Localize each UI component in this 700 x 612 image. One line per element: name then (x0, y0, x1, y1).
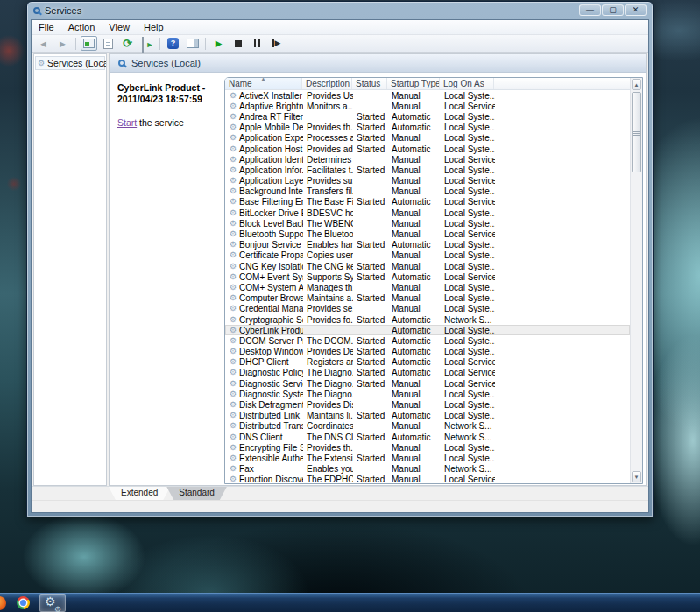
service-row[interactable]: ⚙Bonjour Service Enables har... Started … (225, 240, 630, 250)
service-row[interactable]: ⚙DCOM Server Pro... The DCOM... Started … (225, 335, 630, 346)
show-console-tree-button[interactable] (81, 36, 97, 51)
service-rows: ⚙ActiveX Installer (... Provides Us... M… (225, 90, 630, 483)
service-gear-icon: ⚙ (230, 102, 237, 110)
menu-file[interactable]: File (32, 21, 61, 33)
service-row[interactable]: ⚙Application Experi... Processes a... St… (225, 133, 630, 144)
service-row[interactable]: ⚙Diagnostic Policy ... The Diagno... Sta… (225, 368, 630, 378)
resume-service-button[interactable]: ▶ (268, 36, 285, 51)
start-service-button[interactable]: ▶ (210, 36, 227, 51)
column-header-description[interactable]: Description (302, 78, 352, 89)
show-action-pane-button[interactable] (184, 36, 201, 51)
properties-icon (103, 39, 113, 49)
service-row[interactable]: ⚙Andrea RT Filters ... Started Automatic… (225, 111, 630, 122)
service-gear-icon: ⚙ (230, 390, 237, 398)
taskbar-services-button[interactable]: ⚙⚙ (39, 594, 66, 612)
service-row[interactable]: ⚙Block Level Backu... The WBENG... Manua… (225, 218, 630, 229)
service-row[interactable]: ⚙Application Infor... Facilitates t... S… (225, 165, 630, 175)
stop-service-button[interactable] (230, 36, 246, 51)
service-row[interactable]: ⚙Fax Enables you... Manual Network S... (225, 464, 630, 475)
service-row[interactable]: ⚙Extensible Authen... The Extensi... Sta… (225, 453, 630, 463)
service-row[interactable]: ⚙Background Intelli... Transfers fil... … (225, 186, 630, 197)
pause-service-button[interactable] (249, 36, 265, 51)
firefox-icon[interactable] (0, 596, 6, 610)
vertical-scrollbar[interactable]: ▲ ▼ (630, 78, 642, 483)
service-row[interactable]: ⚙Encrypting File Sy... Provides th... Ma… (225, 442, 630, 453)
forward-icon: ► (58, 39, 67, 49)
service-row[interactable]: ⚙Diagnostic Service... The Diagno... Sta… (225, 378, 630, 389)
action-pane-icon (187, 39, 199, 48)
menu-view[interactable]: View (102, 21, 137, 33)
taskbar-chrome-button[interactable] (10, 594, 36, 612)
column-header-log-on-as[interactable]: Log On As (440, 78, 494, 89)
service-gear-icon: ⚙ (230, 177, 237, 185)
service-row[interactable]: ⚙COM+ System Ap... Manages th... Manual … (225, 282, 630, 292)
selected-service-title: CyberLink Product - 2011/04/23 18:57:59 (117, 82, 226, 105)
main-pane: Services (Local) CyberLink Product - 201… (109, 53, 647, 486)
forward-button[interactable]: ► (54, 36, 71, 51)
start-service-suffix: the service (137, 117, 184, 128)
service-row[interactable]: ⚙Computer Browser Maintains a... Started… (225, 293, 630, 304)
service-gear-icon: ⚙ (230, 166, 237, 174)
service-row[interactable]: ⚙Base Filtering Engi... The Base Fil... … (225, 197, 630, 208)
help-icon: ? (167, 38, 179, 49)
service-row[interactable]: ⚙Distributed Link Tr... Maintains li... … (225, 411, 630, 421)
service-row[interactable]: ⚙Function Discover... The FDPHO... Start… (225, 475, 630, 483)
service-row[interactable]: ⚙Adaptive Brightness Monitors a... Manua… (225, 101, 630, 111)
properties-button[interactable] (100, 36, 117, 51)
column-header-name[interactable]: ▲Name (225, 78, 302, 89)
service-row[interactable]: ⚙Application Identity Determines ... Man… (225, 154, 630, 165)
service-row[interactable]: ⚙CNG Key Isolation The CNG ke... Started… (225, 261, 630, 271)
scrollbar-thumb[interactable] (632, 92, 641, 172)
menu-help[interactable]: Help (137, 21, 171, 33)
titlebar[interactable]: Services — ▢ ✕ (27, 2, 653, 18)
close-button[interactable]: ✕ (625, 4, 647, 16)
tree-item-label: Services (Local) (47, 58, 107, 68)
toolbar-separator (205, 38, 206, 50)
extended-info-panel: CyberLink Product - 2011/04/23 18:57:59 … (117, 82, 226, 128)
service-row[interactable]: ⚙Application Layer ... Provides su... Ma… (225, 176, 630, 186)
service-row[interactable]: ⚙Diagnostic System... The Diagno... Manu… (225, 389, 630, 399)
service-row[interactable]: ⚙Credential Manager Provides se... Manua… (225, 304, 630, 314)
column-header-startup-type[interactable]: Startup Type (387, 78, 440, 89)
console-tree-panel: ⚙ Services (Local) (33, 53, 107, 486)
service-gear-icon: ⚙ (230, 123, 237, 131)
service-row[interactable]: ⚙COM+ Event Syst... Supports Sy... Start… (225, 271, 630, 282)
tab-standard[interactable]: Standard (166, 487, 227, 500)
refresh-button[interactable]: ⟳ (119, 36, 136, 51)
service-gear-icon: ⚙ (230, 251, 237, 259)
service-row[interactable]: ⚙Distributed Transa... Coordinates... Ma… (225, 421, 630, 432)
service-gear-icon: ⚙ (230, 294, 237, 302)
statusbar (32, 500, 648, 512)
service-row[interactable]: ⚙Certificate Propag... Copies user ... M… (225, 250, 630, 261)
tab-extended[interactable]: Extended (109, 487, 170, 500)
column-header-status[interactable]: Status (352, 78, 387, 89)
service-row[interactable]: ⚙Desktop Window ... Provides De... Start… (225, 347, 630, 357)
tree-item-services-local[interactable]: ⚙ Services (Local) (35, 56, 105, 70)
resume-icon: ▶ (272, 39, 281, 47)
service-row[interactable]: ⚙DHCP Client Registers an... Started Aut… (225, 357, 630, 368)
play-icon: ▶ (216, 39, 223, 48)
service-gear-icon: ⚙ (230, 209, 237, 217)
scroll-down-button[interactable]: ▼ (632, 471, 641, 482)
back-button[interactable]: ◄ (35, 36, 52, 51)
service-gear-icon: ⚙ (230, 465, 237, 473)
service-row[interactable]: ⚙Cryptographic Ser... Provides fo... Sta… (225, 314, 630, 325)
service-row[interactable]: ⚙Application Host ... Provides ad... Sta… (225, 144, 630, 154)
export-list-button[interactable]: ► (138, 36, 155, 51)
service-row[interactable]: ⚙ActiveX Installer (... Provides Us... M… (225, 90, 630, 101)
menu-action[interactable]: Action (61, 21, 103, 33)
scroll-up-button[interactable]: ▲ (632, 79, 641, 90)
start-service-link[interactable]: Start (117, 117, 137, 128)
maximize-button[interactable]: ▢ (602, 4, 624, 16)
minimize-button[interactable]: — (579, 4, 601, 16)
service-row[interactable]: ⚙Disk Defragmenter Provides Dis... Manua… (225, 399, 630, 410)
services-list: ▲Name Description Status Startup Type Lo… (224, 77, 643, 484)
service-row[interactable]: ⚙CyberLink Produc... Automatic Local Sys… (225, 325, 630, 335)
service-row[interactable]: ⚙Bluetooth Support... The Bluetoo... Man… (225, 229, 630, 239)
back-icon: ◄ (39, 39, 48, 49)
service-gear-icon: ⚙ (230, 241, 237, 249)
service-row[interactable]: ⚙Apple Mobile Devi... Provides th... Sta… (225, 123, 630, 133)
service-row[interactable]: ⚙BitLocker Drive En... BDESVC hos... Man… (225, 208, 630, 218)
service-row[interactable]: ⚙DNS Client The DNS Cli... Started Autom… (225, 432, 630, 442)
help-button[interactable]: ? (165, 36, 181, 51)
